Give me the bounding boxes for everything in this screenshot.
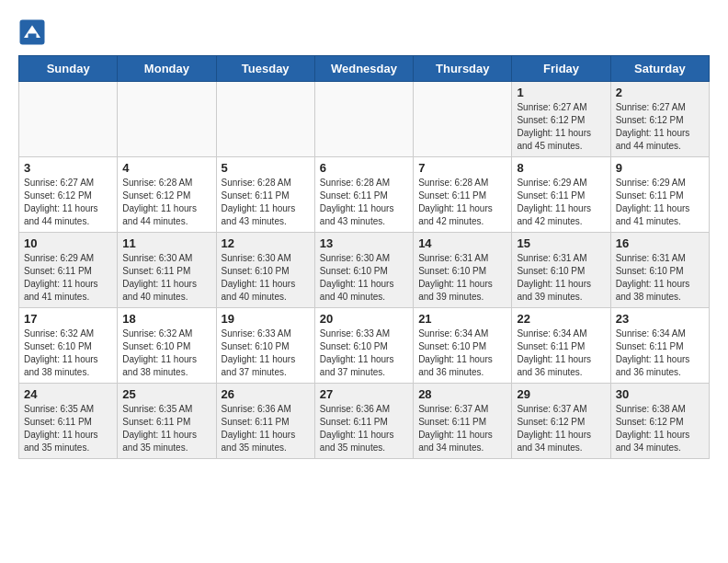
weekday-header: Wednesday <box>314 56 413 82</box>
calendar-cell: 11Sunrise: 6:30 AM Sunset: 6:11 PM Dayli… <box>118 233 216 308</box>
weekday-header: Sunday <box>19 56 118 82</box>
logo <box>18 18 48 46</box>
day-number: 24 <box>24 387 112 401</box>
weekday-header: Monday <box>118 56 216 82</box>
day-number: 25 <box>122 387 210 401</box>
calendar-cell: 24Sunrise: 6:35 AM Sunset: 6:11 PM Dayli… <box>19 384 118 459</box>
day-info: Sunrise: 6:34 AM Sunset: 6:11 PM Dayligh… <box>517 327 605 379</box>
day-info: Sunrise: 6:35 AM Sunset: 6:11 PM Dayligh… <box>24 403 112 454</box>
calendar-cell: 4Sunrise: 6:28 AM Sunset: 6:12 PM Daylig… <box>118 157 216 233</box>
page-header <box>18 18 710 46</box>
weekday-header: Thursday <box>414 56 512 82</box>
day-number: 29 <box>517 387 605 401</box>
calendar-cell: 28Sunrise: 6:37 AM Sunset: 6:11 PM Dayli… <box>414 384 512 459</box>
calendar-cell: 6Sunrise: 6:28 AM Sunset: 6:11 PM Daylig… <box>314 157 413 233</box>
weekday-header: Saturday <box>610 56 709 82</box>
calendar-header-row: SundayMondayTuesdayWednesdayThursdayFrid… <box>19 56 710 82</box>
day-info: Sunrise: 6:34 AM Sunset: 6:11 PM Dayligh… <box>616 327 704 379</box>
calendar-body: 1Sunrise: 6:27 AM Sunset: 6:12 PM Daylig… <box>19 82 710 459</box>
calendar-cell: 23Sunrise: 6:34 AM Sunset: 6:11 PM Dayli… <box>610 308 709 384</box>
day-info: Sunrise: 6:27 AM Sunset: 6:12 PM Dayligh… <box>616 101 704 153</box>
day-info: Sunrise: 6:28 AM Sunset: 6:11 PM Dayligh… <box>222 177 310 228</box>
calendar-cell: 9Sunrise: 6:29 AM Sunset: 6:11 PM Daylig… <box>610 157 709 233</box>
calendar-cell: 1Sunrise: 6:27 AM Sunset: 6:12 PM Daylig… <box>512 82 610 157</box>
calendar-cell: 29Sunrise: 6:37 AM Sunset: 6:12 PM Dayli… <box>512 384 610 459</box>
day-number: 20 <box>320 312 408 326</box>
calendar-cell: 14Sunrise: 6:31 AM Sunset: 6:10 PM Dayli… <box>414 233 512 308</box>
day-number: 7 <box>418 161 506 175</box>
day-info: Sunrise: 6:34 AM Sunset: 6:10 PM Dayligh… <box>418 327 506 379</box>
calendar-cell: 20Sunrise: 6:33 AM Sunset: 6:10 PM Dayli… <box>314 308 413 384</box>
calendar-week-row: 1Sunrise: 6:27 AM Sunset: 6:12 PM Daylig… <box>19 82 710 157</box>
day-number: 21 <box>418 312 506 326</box>
day-info: Sunrise: 6:28 AM Sunset: 6:11 PM Dayligh… <box>418 177 506 228</box>
calendar-cell: 3Sunrise: 6:27 AM Sunset: 6:12 PM Daylig… <box>19 157 118 233</box>
weekday-header: Tuesday <box>216 56 314 82</box>
day-number: 27 <box>320 387 408 401</box>
day-number: 16 <box>616 236 704 250</box>
calendar-cell: 30Sunrise: 6:38 AM Sunset: 6:12 PM Dayli… <box>610 384 709 459</box>
calendar-cell: 25Sunrise: 6:35 AM Sunset: 6:11 PM Dayli… <box>118 384 216 459</box>
day-info: Sunrise: 6:29 AM Sunset: 6:11 PM Dayligh… <box>616 177 704 228</box>
calendar-cell: 7Sunrise: 6:28 AM Sunset: 6:11 PM Daylig… <box>414 157 512 233</box>
day-number: 10 <box>24 236 112 250</box>
calendar-week-row: 3Sunrise: 6:27 AM Sunset: 6:12 PM Daylig… <box>19 157 710 233</box>
calendar-cell: 18Sunrise: 6:32 AM Sunset: 6:10 PM Dayli… <box>118 308 216 384</box>
day-number: 13 <box>320 236 408 250</box>
calendar-cell: 26Sunrise: 6:36 AM Sunset: 6:11 PM Dayli… <box>216 384 314 459</box>
day-number: 22 <box>517 312 605 326</box>
calendar-cell <box>118 82 216 157</box>
weekday-header: Friday <box>512 56 610 82</box>
calendar-cell: 27Sunrise: 6:36 AM Sunset: 6:11 PM Dayli… <box>314 384 413 459</box>
calendar-cell: 13Sunrise: 6:30 AM Sunset: 6:10 PM Dayli… <box>314 233 413 308</box>
day-number: 17 <box>24 312 112 326</box>
day-number: 30 <box>616 387 704 401</box>
calendar-cell: 17Sunrise: 6:32 AM Sunset: 6:10 PM Dayli… <box>19 308 118 384</box>
day-info: Sunrise: 6:27 AM Sunset: 6:12 PM Dayligh… <box>24 177 112 228</box>
day-info: Sunrise: 6:29 AM Sunset: 6:11 PM Dayligh… <box>517 177 605 228</box>
day-info: Sunrise: 6:35 AM Sunset: 6:11 PM Dayligh… <box>122 403 210 454</box>
day-number: 19 <box>222 312 310 326</box>
calendar-cell: 10Sunrise: 6:29 AM Sunset: 6:11 PM Dayli… <box>19 233 118 308</box>
day-number: 12 <box>222 236 310 250</box>
day-number: 23 <box>616 312 704 326</box>
logo-icon <box>18 18 46 46</box>
day-number: 14 <box>418 236 506 250</box>
calendar-cell: 16Sunrise: 6:31 AM Sunset: 6:10 PM Dayli… <box>610 233 709 308</box>
day-number: 28 <box>418 387 506 401</box>
day-info: Sunrise: 6:27 AM Sunset: 6:12 PM Dayligh… <box>517 101 605 153</box>
day-info: Sunrise: 6:36 AM Sunset: 6:11 PM Dayligh… <box>320 403 408 454</box>
calendar-cell: 15Sunrise: 6:31 AM Sunset: 6:10 PM Dayli… <box>512 233 610 308</box>
day-number: 3 <box>24 161 112 175</box>
day-info: Sunrise: 6:31 AM Sunset: 6:10 PM Dayligh… <box>616 252 704 304</box>
day-number: 26 <box>222 387 310 401</box>
calendar-cell <box>216 82 314 157</box>
day-info: Sunrise: 6:32 AM Sunset: 6:10 PM Dayligh… <box>122 327 210 379</box>
day-number: 8 <box>517 161 605 175</box>
calendar-cell: 22Sunrise: 6:34 AM Sunset: 6:11 PM Dayli… <box>512 308 610 384</box>
calendar-cell <box>314 82 413 157</box>
day-number: 15 <box>517 236 605 250</box>
day-info: Sunrise: 6:30 AM Sunset: 6:10 PM Dayligh… <box>320 252 408 304</box>
day-info: Sunrise: 6:37 AM Sunset: 6:11 PM Dayligh… <box>418 403 506 454</box>
calendar-table: SundayMondayTuesdayWednesdayThursdayFrid… <box>18 55 710 459</box>
day-info: Sunrise: 6:33 AM Sunset: 6:10 PM Dayligh… <box>222 327 310 379</box>
day-number: 11 <box>122 236 210 250</box>
day-number: 6 <box>320 161 408 175</box>
calendar-cell: 12Sunrise: 6:30 AM Sunset: 6:10 PM Dayli… <box>216 233 314 308</box>
calendar-cell <box>19 82 118 157</box>
day-info: Sunrise: 6:32 AM Sunset: 6:10 PM Dayligh… <box>24 327 112 379</box>
calendar-week-row: 10Sunrise: 6:29 AM Sunset: 6:11 PM Dayli… <box>19 233 710 308</box>
calendar-cell: 8Sunrise: 6:29 AM Sunset: 6:11 PM Daylig… <box>512 157 610 233</box>
day-info: Sunrise: 6:29 AM Sunset: 6:11 PM Dayligh… <box>24 252 112 304</box>
day-info: Sunrise: 6:30 AM Sunset: 6:10 PM Dayligh… <box>222 252 310 304</box>
calendar-week-row: 24Sunrise: 6:35 AM Sunset: 6:11 PM Dayli… <box>19 384 710 459</box>
day-number: 18 <box>122 312 210 326</box>
calendar-cell: 21Sunrise: 6:34 AM Sunset: 6:10 PM Dayli… <box>414 308 512 384</box>
day-info: Sunrise: 6:30 AM Sunset: 6:11 PM Dayligh… <box>122 252 210 304</box>
calendar-cell: 5Sunrise: 6:28 AM Sunset: 6:11 PM Daylig… <box>216 157 314 233</box>
calendar-cell: 2Sunrise: 6:27 AM Sunset: 6:12 PM Daylig… <box>610 82 709 157</box>
day-info: Sunrise: 6:31 AM Sunset: 6:10 PM Dayligh… <box>418 252 506 304</box>
day-number: 4 <box>122 161 210 175</box>
day-info: Sunrise: 6:33 AM Sunset: 6:10 PM Dayligh… <box>320 327 408 379</box>
